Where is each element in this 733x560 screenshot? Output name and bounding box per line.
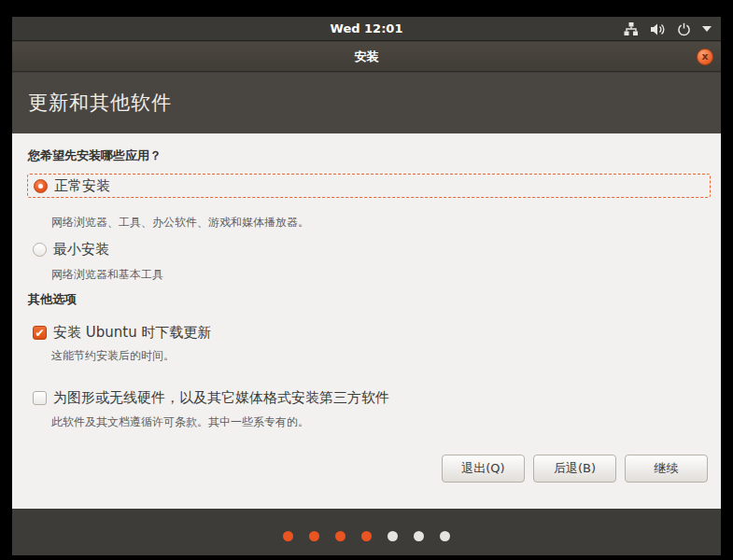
progress-dot: [309, 531, 319, 541]
progress-dot: [361, 531, 372, 541]
volume-icon[interactable]: [650, 22, 666, 36]
clock: Wed 12:01: [12, 17, 721, 41]
checkbox-icon[interactable]: [33, 391, 47, 405]
checkbox-label: 安装 Ubuntu 时下载更新: [53, 324, 211, 342]
progress-dots: [12, 509, 721, 555]
quit-button[interactable]: 退出(Q): [442, 455, 525, 483]
checkbox-icon[interactable]: ✔: [33, 326, 47, 340]
window-titlebar[interactable]: 安装 x: [12, 42, 721, 72]
desktop-top-panel: Wed 12:01: [12, 17, 721, 41]
back-button[interactable]: 后退(B): [533, 455, 616, 483]
progress-dot: [414, 531, 424, 541]
question-label: 您希望先安装哪些应用？: [28, 147, 162, 164]
other-options-section-label: 其他选项: [28, 291, 77, 308]
checkbox-download-updates[interactable]: ✔ 安装 Ubuntu 时下载更新: [27, 320, 211, 344]
option-description: 网络浏览器和基本工具: [51, 267, 163, 283]
radio-option-minimal-install[interactable]: 最小安装: [27, 237, 109, 261]
chevron-down-icon[interactable]: [702, 26, 712, 32]
radio-label: 最小安装: [53, 241, 109, 259]
power-icon[interactable]: [677, 22, 691, 36]
radio-label: 正常安装: [54, 177, 110, 195]
close-icon[interactable]: x: [697, 49, 713, 65]
continue-button[interactable]: 继续: [625, 455, 708, 483]
checkbox-label: 为图形或无线硬件，以及其它媒体格式安装第三方软件: [53, 389, 389, 407]
action-button-row: 退出(Q) 后退(B) 继续: [442, 455, 708, 483]
page-header: 更新和其他软件: [12, 73, 721, 133]
radio-option-normal-install[interactable]: 正常安装: [27, 174, 711, 198]
page-title: 更新和其他软件: [28, 90, 172, 116]
radio-icon[interactable]: [33, 243, 47, 257]
desktop-screen: Wed 12:01: [12, 17, 721, 555]
checkbox-third-party-software[interactable]: 为图形或无线硬件，以及其它媒体格式安装第三方软件: [27, 385, 389, 410]
option-description: 网络浏览器、工具、办公软件、游戏和媒体播放器。: [51, 215, 309, 231]
radio-icon[interactable]: [34, 179, 48, 193]
progress-dot: [440, 531, 450, 541]
progress-dot: [283, 531, 293, 541]
progress-dot: [335, 531, 345, 541]
window-title: 安装: [12, 42, 721, 72]
installer-content: 您希望先安装哪些应用？ 正常安装 网络浏览器、工具、办公软件、游戏和媒体播放器。…: [12, 133, 721, 509]
system-tray[interactable]: [624, 17, 712, 41]
progress-dot: [388, 531, 398, 541]
checkbox-description: 此软件及其文档遵循许可条款。其中一些系专有的。: [51, 414, 309, 430]
network-wired-icon[interactable]: [624, 22, 639, 36]
checkbox-description: 这能节约安装后的时间。: [51, 348, 175, 364]
